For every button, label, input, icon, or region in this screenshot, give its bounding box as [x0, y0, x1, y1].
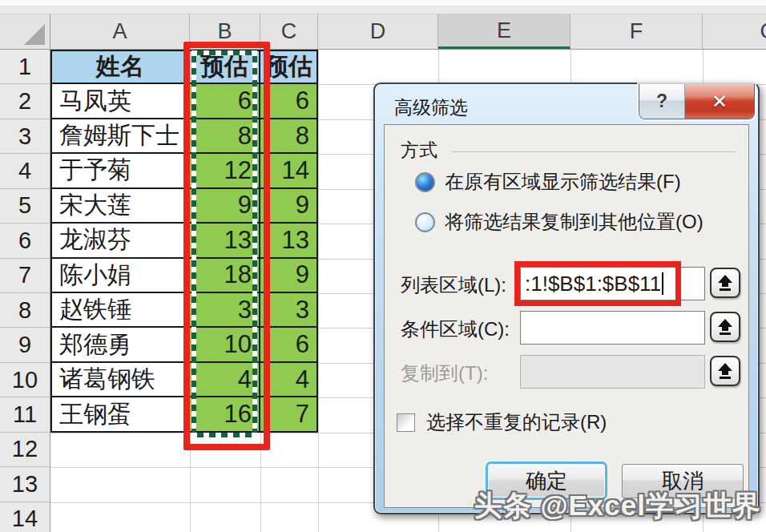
advanced-filter-dialog: 高级筛选 ? ✕ 方式 在原有区域显示筛选结果(F) 将筛选结果复制到其他位置(…: [373, 83, 760, 514]
list-range-input[interactable]: :1!$B$1:$B$11: [520, 267, 705, 300]
cell-estimate-b[interactable]: 16: [190, 397, 260, 432]
close-icon: ✕: [712, 91, 728, 113]
cell-estimate-b[interactable]: 8: [190, 119, 260, 154]
cell-estimate-c[interactable]: 9: [260, 189, 318, 224]
help-icon: ?: [656, 91, 667, 112]
criteria-range-input[interactable]: [520, 311, 705, 345]
row-header-14[interactable]: 14: [0, 502, 50, 532]
cell-estimate-c[interactable]: 6: [260, 328, 318, 362]
cell-estimate-b[interactable]: 6: [190, 84, 260, 119]
unique-records-row[interactable]: 选择不重复的记录(R): [397, 409, 607, 435]
collapse-up-arrow-icon: [716, 361, 735, 381]
collapse-up-arrow-icon: [716, 273, 735, 292]
cell-name[interactable]: 詹姆斯下士: [50, 119, 190, 154]
gridline: [318, 50, 319, 532]
radio-row-copy-to-location[interactable]: 将筛选结果复制到其他位置(O): [415, 209, 704, 235]
method-group-label: 方式: [401, 138, 437, 163]
selection-ants-bottom: [192, 433, 257, 437]
header-cell-name[interactable]: 姓名: [50, 50, 190, 84]
cell-name[interactable]: 龙淑芬: [50, 224, 190, 258]
cell-name[interactable]: 赵铁锤: [50, 293, 190, 328]
cell-name[interactable]: 郑德勇: [50, 328, 190, 362]
top-strip: [0, 0, 766, 14]
row-header-11[interactable]: 11: [0, 397, 50, 432]
cell-estimate-b[interactable]: 12: [190, 154, 260, 188]
header-cell-b[interactable]: 预估: [190, 50, 260, 84]
cell-estimate-b[interactable]: 9: [190, 189, 260, 224]
column-header-b[interactable]: B: [190, 14, 260, 49]
cell-estimate-c[interactable]: 9: [260, 259, 318, 293]
cell-name[interactable]: 马凤英: [50, 84, 190, 119]
row-header-4[interactable]: 4: [0, 154, 50, 188]
cell-estimate-c[interactable]: 7: [260, 397, 318, 432]
cell-estimate-c[interactable]: 8: [260, 119, 318, 154]
column-header-f[interactable]: F: [570, 14, 703, 49]
cell-estimate-c[interactable]: 14: [260, 154, 318, 188]
header-cell-c[interactable]: 预估: [260, 50, 318, 84]
row-header-5[interactable]: 5: [0, 189, 50, 224]
cell-name[interactable]: 陈小娟: [50, 259, 190, 293]
cancel-button[interactable]: 取消: [622, 464, 744, 498]
cell-estimate-b[interactable]: 10: [190, 328, 260, 362]
select-all-triangle-icon: [24, 24, 45, 45]
unique-records-label: 选择不重复的记录(R): [426, 409, 607, 435]
row-header-9[interactable]: 9: [0, 328, 50, 362]
copy-to-input: [520, 355, 705, 389]
cell-estimate-b[interactable]: 4: [190, 363, 260, 397]
cell-estimate-c[interactable]: 4: [260, 363, 318, 397]
unique-records-checkbox[interactable]: [397, 413, 415, 432]
copy-to-collapse-button[interactable]: [710, 356, 740, 386]
column-header-e[interactable]: E: [438, 14, 570, 49]
cell-name[interactable]: 于予菊: [50, 154, 190, 188]
excel-screen: ABCDEFG 1234567891011121314 姓名 预估 预估 马凤英…: [0, 0, 766, 532]
row-header-7[interactable]: 7: [0, 259, 50, 293]
cell-name[interactable]: 诸葛钢铁: [50, 363, 190, 397]
row-header-6[interactable]: 6: [0, 224, 50, 258]
dialog-panel: 方式 在原有区域显示筛选结果(F) 将筛选结果复制到其他位置(O) 列表区域(L…: [384, 124, 749, 508]
copy-to-label: 复制到(T):: [401, 361, 488, 386]
radio-unselected-icon[interactable]: [415, 212, 435, 232]
row-header-1[interactable]: 1: [0, 50, 50, 84]
cell-name[interactable]: 宋大莲: [50, 189, 190, 224]
column-header-d[interactable]: D: [318, 14, 438, 49]
list-range-collapse-button[interactable]: [710, 268, 740, 298]
ok-button[interactable]: 确定: [486, 461, 607, 500]
row-header-10[interactable]: 10: [0, 363, 50, 397]
dialog-title: 高级筛选: [394, 95, 468, 120]
cell-estimate-c[interactable]: 6: [260, 84, 318, 119]
list-range-value: :1!$B$1:$B$11: [525, 272, 661, 296]
row-header-12[interactable]: 12: [0, 433, 50, 467]
criteria-range-collapse-button[interactable]: [710, 312, 740, 342]
radio-selected-icon[interactable]: [415, 172, 435, 192]
cell-estimate-c[interactable]: 3: [260, 293, 318, 328]
cell-estimate-b[interactable]: 18: [190, 259, 260, 293]
criteria-range-label: 条件区域(C):: [401, 316, 510, 342]
row-header-8[interactable]: 8: [0, 293, 50, 328]
cell-name[interactable]: 王钢蛋: [50, 397, 190, 432]
radio-label: 在原有区域显示筛选结果(F): [445, 169, 681, 195]
column-header-c[interactable]: C: [260, 14, 318, 49]
list-range-label: 列表区域(L):: [401, 272, 506, 298]
row-header-3[interactable]: 3: [0, 119, 50, 154]
titlebar-buttons: ? ✕: [639, 84, 755, 119]
collapse-up-arrow-icon: [716, 317, 735, 337]
radio-label: 将筛选结果复制到其他位置(O): [445, 209, 704, 235]
radio-row-filter-in-place[interactable]: 在原有区域显示筛选结果(F): [415, 169, 681, 195]
column-header-g[interactable]: G: [703, 14, 766, 49]
text-caret: [662, 272, 663, 295]
column-header-row: ABCDEFG: [0, 14, 766, 50]
cell-estimate-b[interactable]: 13: [190, 224, 260, 258]
row-header-2[interactable]: 2: [0, 84, 50, 119]
cell-estimate-b[interactable]: 3: [190, 293, 260, 328]
column-header-a[interactable]: A: [50, 14, 190, 49]
select-all-corner[interactable]: [0, 14, 50, 50]
close-button[interactable]: ✕: [685, 84, 754, 119]
cell-estimate-c[interactable]: 13: [260, 224, 318, 258]
top-strip-highlight: [0, 0, 766, 6]
help-button[interactable]: ?: [639, 84, 685, 119]
group-divider: [452, 151, 736, 152]
row-header-13[interactable]: 13: [0, 467, 50, 502]
